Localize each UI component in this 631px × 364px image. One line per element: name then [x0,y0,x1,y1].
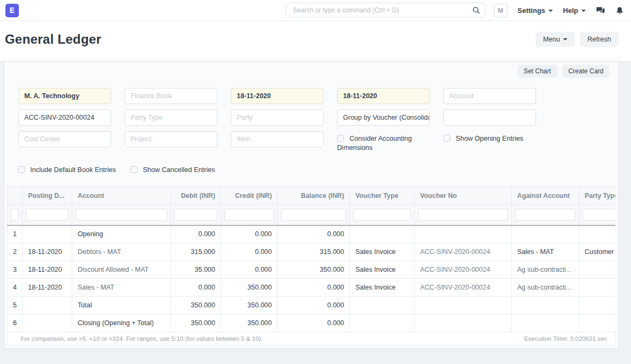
avatar[interactable]: M [494,4,507,17]
project-filter[interactable] [125,131,217,147]
cell-voucher_type[interactable] [350,297,415,314]
cell-voucher_type[interactable] [350,314,415,332]
column-header-party-type[interactable]: Party Type [579,187,616,205]
column-header-credit-inr[interactable]: Credit (INR) [221,187,278,205]
checkbox-icon[interactable] [337,135,344,142]
cell-voucher_type[interactable]: Sales Invoice [350,243,415,261]
cell-balance[interactable]: 315.000 [278,243,350,261]
cell-account[interactable]: Discount Allowed - MAT [72,261,171,279]
checkbox-icon[interactable] [18,166,25,173]
cell-party_type[interactable] [579,225,616,243]
cell-account[interactable]: Opening [72,225,171,243]
column-filter-input-idx[interactable] [11,209,19,221]
cell-voucher_no[interactable]: ACC-SINV-2020-00024 [415,261,512,279]
cell-voucher_no[interactable]: ACC-SINV-2020-00024 [415,279,512,297]
cell-credit[interactable]: 0.000 [221,225,278,243]
cell-credit[interactable]: 350.000 [221,297,278,314]
group-by-select[interactable]: Group by Voucher (Consolida [337,109,430,126]
extra-filter-input[interactable] [443,109,536,126]
column-filter-input-voucher_type[interactable] [353,209,411,221]
cell-balance[interactable]: 0.000 [278,297,350,314]
create-card-button[interactable]: Create Card [563,65,609,78]
cell-credit[interactable]: 0.000 [221,261,278,279]
cell-balance[interactable]: 0.000 [278,225,350,243]
cell-against_account[interactable] [512,225,579,243]
cell-credit[interactable]: 0.000 [221,243,278,261]
cell-account[interactable]: Sales - MAT [72,279,171,297]
cell-against_account[interactable]: Ag sub-contracti... [512,261,579,279]
cell-account[interactable]: Closing (Opening + Total) [72,314,171,332]
cell-voucher_no[interactable] [415,314,512,332]
include-default-book-entries-checkbox[interactable]: Include Default Book Entries [18,162,116,175]
cell-idx[interactable]: 3 [8,261,23,279]
cell-posting_date[interactable]: 18-11-2020 [23,243,72,261]
cell-voucher_no[interactable]: ACC-SINV-2020-00024 [415,243,512,261]
cost-center-filter[interactable] [18,131,111,147]
cell-balance[interactable]: 0.000 [278,314,350,332]
cell-posting_date[interactable]: 18-11-2020 [23,279,72,297]
cell-posting_date[interactable]: 18-11-2020 [23,261,72,279]
party-type-filter[interactable] [125,109,217,126]
column-header-voucher-type[interactable]: Voucher Type [350,187,415,205]
cell-debit[interactable]: 0.000 [171,225,221,243]
cell-idx[interactable]: 5 [8,297,23,314]
column-filter-input-balance[interactable] [281,209,346,221]
cell-debit[interactable]: 315.000 [171,243,221,261]
cell-voucher_type[interactable]: Sales Invoice [350,261,415,279]
account-filter[interactable] [443,88,536,104]
cell-posting_date[interactable] [23,225,72,243]
column-header-posting-d[interactable]: Posting D... [23,187,72,205]
set-chart-button[interactable]: Set Chart [518,65,557,78]
cell-account[interactable]: Total [72,297,171,314]
cell-voucher_type[interactable] [350,225,415,243]
column-header-voucher-no[interactable]: Voucher No [415,187,512,205]
finance-book-filter[interactable] [125,88,217,104]
cell-credit[interactable]: 350.000 [221,314,278,332]
cell-credit[interactable]: 350.000 [221,279,278,297]
cell-debit[interactable]: 0.000 [171,279,221,297]
cell-posting_date[interactable] [23,297,72,314]
column-filter-input-against_account[interactable] [515,209,575,221]
settings-menu[interactable]: Settings [518,6,553,15]
cell-debit[interactable]: 350.000 [171,314,221,332]
column-filter-input-party_type[interactable] [582,209,615,221]
column-filter-input-debit[interactable] [174,209,217,221]
cell-party_type[interactable] [579,261,616,279]
cell-party_type[interactable] [579,314,616,332]
cell-idx[interactable]: 1 [8,225,23,243]
cell-voucher_type[interactable]: Sales Invoice [350,279,415,297]
column-filter-input-posting_date[interactable] [26,209,68,221]
chat-icon[interactable] [596,6,605,15]
cell-idx[interactable]: 2 [8,243,23,261]
bell-icon[interactable] [615,6,625,15]
show-opening-entries-checkbox[interactable]: Show Opening Entries [443,131,536,153]
column-filter-input-credit[interactable] [224,209,274,221]
cell-posting_date[interactable] [23,314,72,332]
column-header-account[interactable]: Account [72,187,171,205]
column-header-debit-inr[interactable]: Debit (INR) [171,187,221,205]
cell-voucher_no[interactable] [415,297,512,314]
from-date-filter[interactable] [231,88,324,104]
cell-balance[interactable]: 350.000 [278,261,350,279]
cell-party_type[interactable] [579,279,616,297]
company-filter[interactable] [18,88,111,104]
column-filter-input-voucher_no[interactable] [418,209,508,221]
cell-debit[interactable]: 35.000 [171,261,221,279]
consider-accounting-dimensions-checkbox[interactable]: Consider Accounting Dimensions [337,131,430,153]
cell-party_type[interactable] [579,297,616,314]
cell-balance[interactable]: 0.000 [278,279,350,297]
menu-button[interactable]: Menu [536,32,575,47]
app-logo[interactable]: E [5,4,19,17]
cell-account[interactable]: Debtors - MAT [72,243,171,261]
checkbox-icon[interactable] [131,166,138,173]
cell-against_account[interactable]: Ag sub-contracti... [512,279,579,297]
cell-against_account[interactable]: Sales - MAT [512,243,579,261]
search-icon[interactable] [472,6,481,15]
refresh-button[interactable]: Refresh [580,32,619,47]
show-cancelled-entries-checkbox[interactable]: Show Cancelled Entries [131,162,215,175]
cell-debit[interactable]: 350.000 [171,297,221,314]
cell-idx[interactable]: 4 [8,279,23,297]
column-header-balance-inr[interactable]: Balance (INR) [278,187,350,205]
column-header-against-account[interactable]: Against Account [512,187,579,205]
item-filter[interactable] [231,131,324,147]
